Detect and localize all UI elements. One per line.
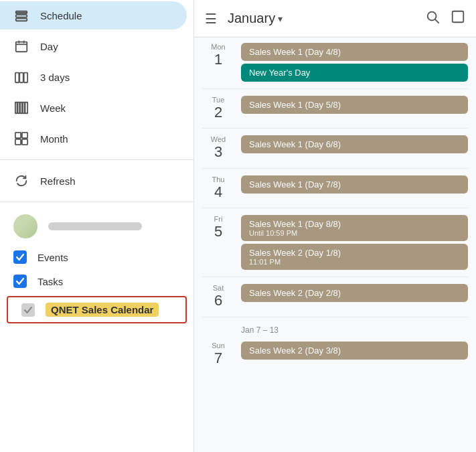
sidebar-item-month-label: Month — [40, 133, 68, 145]
events-col-sun7: Sales Week 2 (Day 3/8) — [241, 342, 468, 360]
event-title: Sales Week 2 (Day 1/8) — [249, 248, 460, 258]
event-bar[interactable]: Sales Week 1 (Day 6/8) — [241, 135, 468, 153]
main-content: ☰ January ▾ Mon 1 — [194, 0, 476, 452]
header: ☰ January ▾ — [194, 0, 476, 37]
events-col-wed3: Sales Week 1 (Day 6/8) — [241, 135, 468, 153]
day-name-thu4: Thu — [202, 175, 234, 183]
day-num-sun7: 7 — [202, 350, 234, 367]
qnet-label: QNET Sales Calendar — [46, 303, 159, 317]
day-label-thu4: Thu 4 — [202, 175, 234, 201]
divider — [202, 168, 468, 169]
event-title: Sales Week 1 (Day 5/8) — [249, 100, 460, 110]
event-title: Sales Week 1 (Day 6/8) — [249, 139, 460, 149]
sidebar-item-day[interactable]: Day — [0, 32, 187, 60]
qnet-row[interactable]: QNET Sales Calendar — [7, 296, 187, 323]
svg-rect-15 — [25, 102, 28, 114]
view-icon[interactable] — [451, 9, 465, 27]
menu-icon[interactable]: ☰ — [205, 11, 217, 27]
user-name — [48, 222, 142, 230]
divider — [202, 128, 468, 129]
event-sub: Until 10:59 PM — [249, 229, 460, 237]
3days-icon — [13, 70, 29, 84]
event-title: Sales Week 2 (Day 3/8) — [249, 346, 460, 356]
sidebar-item-refresh-label: Refresh — [40, 175, 76, 187]
divider — [202, 277, 468, 277]
day-icon — [13, 39, 29, 54]
chevron-icon: ▾ — [278, 13, 283, 24]
svg-rect-19 — [22, 139, 27, 145]
day-group-mon1: Mon 1 Sales Week 1 (Day 4/8) New Year's … — [194, 37, 476, 87]
refresh-icon — [13, 173, 29, 188]
event-bar[interactable]: Sales Week 2 (Day 1/8) 11:01 PM — [241, 244, 468, 270]
search-icon[interactable] — [425, 9, 440, 27]
week-range-label: Jan 7 – 13 — [194, 319, 476, 336]
svg-rect-4 — [16, 42, 27, 52]
day-num-tue2: 2 — [202, 104, 234, 121]
tasks-checkbox[interactable] — [13, 275, 27, 288]
day-group-sat6: Sat 6 Sales Week 2 (Day 2/8) — [194, 279, 476, 315]
qnet-checkbox[interactable] — [21, 303, 35, 317]
day-group-thu4: Thu 4 Sales Week 1 (Day 7/8) — [194, 170, 476, 206]
svg-rect-12 — [18, 102, 20, 114]
events-col-tue2: Sales Week 1 (Day 5/8) — [241, 96, 468, 114]
day-name-sat6: Sat — [202, 284, 234, 292]
events-check-row[interactable]: Events — [0, 245, 193, 269]
event-bar[interactable]: Sales Week 1 (Day 5/8) — [241, 96, 468, 114]
divider — [202, 208, 468, 208]
event-title: Sales Week 1 (Day 8/8) — [249, 219, 460, 229]
svg-rect-16 — [15, 133, 21, 138]
day-name-fri5: Fri — [202, 215, 234, 223]
sidebar-item-3days[interactable]: 3 days — [0, 63, 187, 91]
day-num-sat6: 6 — [202, 292, 234, 309]
day-name-mon1: Mon — [202, 43, 234, 51]
day-group-tue2: Tue 2 Sales Week 1 (Day 5/8) — [194, 90, 476, 127]
sidebar-item-refresh[interactable]: Refresh — [0, 167, 187, 195]
event-title: Sales Week 2 (Day 2/8) — [249, 288, 460, 298]
svg-rect-10 — [24, 73, 27, 83]
divider — [202, 317, 468, 317]
event-bar[interactable]: Sales Week 1 (Day 4/8) — [241, 43, 468, 61]
avatar — [13, 214, 37, 238]
event-bar[interactable]: New Year's Day — [241, 64, 468, 82]
svg-line-21 — [435, 19, 439, 23]
svg-rect-1 — [16, 15, 27, 17]
sidebar-divider — [0, 159, 193, 160]
events-label: Events — [37, 252, 68, 263]
week-icon — [13, 100, 29, 115]
svg-rect-8 — [15, 73, 19, 83]
events-checkbox[interactable] — [13, 250, 27, 264]
event-title: Sales Week 1 (Day 7/8) — [249, 179, 460, 190]
svg-rect-18 — [15, 139, 21, 145]
sidebar-divider-2 — [0, 202, 193, 202]
day-label-mon1: Mon 1 — [202, 43, 234, 68]
event-title: Sales Week 1 (Day 4/8) — [249, 47, 460, 57]
day-name-sun7: Sun — [202, 342, 234, 350]
event-bar[interactable]: Sales Week 2 (Day 3/8) — [241, 342, 468, 360]
svg-rect-17 — [22, 133, 27, 138]
sidebar-item-3days-label: 3 days — [40, 72, 70, 83]
day-label-sat6: Sat 6 — [202, 284, 234, 309]
sidebar-item-day-label: Day — [40, 41, 58, 52]
tasks-check-row[interactable]: Tasks — [0, 269, 193, 293]
sidebar-item-month[interactable]: Month — [0, 125, 187, 153]
day-num-thu4: 4 — [202, 183, 234, 201]
event-title: New Year's Day — [249, 68, 460, 78]
day-group-wed3: Wed 3 Sales Week 1 (Day 6/8) — [194, 130, 476, 166]
header-icons — [425, 9, 465, 27]
user-row — [0, 208, 193, 245]
sidebar-item-week-label: Week — [40, 102, 66, 114]
month-icon — [13, 131, 29, 146]
event-bar[interactable]: Sales Week 1 (Day 7/8) — [241, 175, 468, 194]
sidebar-item-schedule[interactable]: Schedule — [0, 1, 187, 29]
event-bar[interactable]: Sales Week 2 (Day 2/8) — [241, 284, 468, 302]
day-label-fri5: Fri 5 — [202, 215, 234, 240]
events-col-sat6: Sales Week 2 (Day 2/8) — [241, 284, 468, 302]
sidebar: Schedule Day 3 days — [0, 0, 194, 452]
day-num-wed3: 3 — [202, 143, 234, 161]
sidebar-item-schedule-label: Schedule — [40, 10, 82, 21]
svg-rect-2 — [16, 19, 27, 21]
sidebar-item-week[interactable]: Week — [0, 94, 187, 122]
event-bar[interactable]: Sales Week 1 (Day 8/8) Until 10:59 PM — [241, 215, 468, 241]
header-title: January ▾ — [228, 11, 414, 26]
day-name-wed3: Wed — [202, 135, 234, 143]
